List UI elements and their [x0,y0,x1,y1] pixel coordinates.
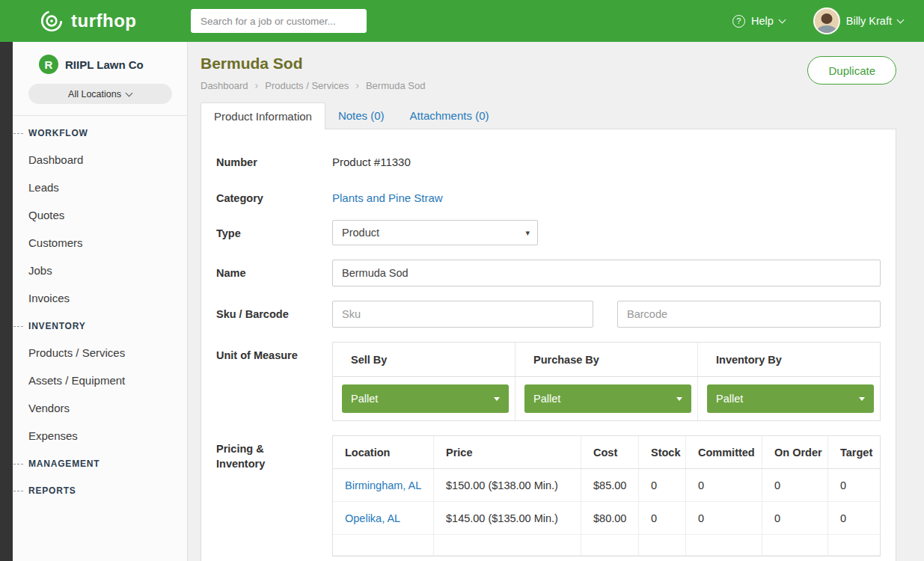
breadcrumb-products-services[interactable]: Products / Services [248,79,349,91]
logo-text: turfhop [71,10,136,31]
stock-cell: 0 [639,469,686,501]
sidebar-item-customers[interactable]: Customers [13,229,187,257]
breadcrumb-current: Bermuda Sod [349,79,425,91]
search-input[interactable] [191,9,367,33]
inventory-by-dropdown[interactable]: Pallet [707,384,874,413]
name-label: Name [216,260,332,286]
chevron-down-icon [676,397,682,401]
col-header-location: Location [333,436,434,468]
sidebar-item-dashboard[interactable]: Dashboard [13,146,187,174]
on-order-cell: 0 [762,502,828,534]
price-cell: $150.00 ($138.00 Min.) [434,469,581,501]
sidebar: R RIIPL Lawn Co All Locations WORKFLOW D… [0,42,188,561]
chevron-down-icon [897,16,905,24]
tab-bar: Product Information Notes (0) Attachment… [201,102,896,129]
uom-header-purchase-by: Purchase By [515,343,698,376]
sell-by-value: Pallet [351,393,378,405]
number-value: Product #11330 [332,149,411,168]
col-header-on-order: On Order [762,436,828,468]
turfhop-logo-icon [39,8,64,34]
help-menu[interactable]: ? Help [732,15,785,28]
col-header-price: Price [434,436,581,468]
purchase-by-dropdown[interactable]: Pallet [524,384,691,413]
category-link[interactable]: Plants and Pine Straw [332,185,443,204]
avatar-head [821,13,832,24]
col-header-committed: Committed [686,436,762,468]
tab-attachments[interactable]: Attachments (0) [397,102,502,129]
uom-header-inventory-by: Inventory By [698,343,880,376]
avatar [813,7,840,34]
duplicate-button[interactable]: Duplicate [807,56,896,85]
main-content: Bermuda Sod Dashboard Products / Service… [188,42,924,561]
section-header-inventory: INVENTORY [13,312,187,339]
sidebar-item-assets-equipment[interactable]: Assets / Equipment [13,367,187,394]
chevron-down-icon [778,16,786,24]
sell-by-dropdown[interactable]: Pallet [342,384,509,413]
app-window: turfhop ? Help Billy Kraft [0,0,924,561]
avatar-shoulders [817,25,836,34]
dash-icon [13,464,23,465]
on-order-cell: 0 [762,469,828,501]
stock-cell: 0 [639,502,686,534]
page-title: Bermuda Sod [201,55,425,73]
sidebar-dark-strip [0,42,13,561]
form-row-category: Category Plants and Pine Straw [216,185,881,206]
sidebar-divider [13,115,187,116]
breadcrumb-dashboard[interactable]: Dashboard [201,80,248,91]
section-header-reports[interactable]: REPORTS [13,476,187,503]
type-label: Type [216,220,332,245]
dash-icon [13,326,23,327]
page-header-left: Bermuda Sod Dashboard Products / Service… [201,55,425,91]
sku-barcode-label: Sku / Barcode [216,301,332,328]
sidebar-item-jobs[interactable]: Jobs [13,257,187,284]
price-cell: $145.00 ($135.00 Min.) [434,502,581,534]
section-header-workflow: WORKFLOW [13,119,187,146]
user-name: Billy Kraft [846,15,892,27]
chevron-down-icon [125,89,132,96]
logo: turfhop [0,8,188,34]
committed-cell: 0 [686,469,762,501]
uom-value-row: Pallet Pallet [333,377,880,420]
barcode-input[interactable] [617,301,881,328]
inventory-by-value: Pallet [716,393,743,405]
sidebar-item-leads[interactable]: Leads [13,174,187,201]
sidebar-item-products-services[interactable]: Products / Services [13,339,187,367]
sidebar-item-invoices[interactable]: Invoices [13,284,187,312]
form-row-number: Number Product #11330 [216,149,881,171]
tab-product-information[interactable]: Product Information [201,102,325,129]
type-select[interactable]: Product [332,220,538,245]
company-header: R RIIPL Lawn Co [13,42,187,74]
category-label: Category [216,185,332,206]
sku-input[interactable] [332,301,593,328]
pricing-inventory-table: Location Price Cost Stock Committed On O… [332,435,881,557]
sidebar-item-expenses[interactable]: Expenses [13,422,187,450]
table-row-birmingham: Birmingham, AL $150.00 ($138.00 Min.) $8… [333,469,880,502]
sidebar-item-quotes[interactable]: Quotes [13,201,187,229]
unit-of-measure-table: Sell By Purchase By Inventory By Pallet [332,342,881,421]
location-link[interactable]: Birmingham, AL [333,469,434,501]
name-input[interactable] [332,260,881,286]
breadcrumb: Dashboard Products / Services Bermuda So… [201,79,425,91]
form-row-pricing-inventory: Pricing & Inventory Location Price Cost … [216,435,881,557]
target-cell: 0 [828,502,880,534]
col-header-stock: Stock [639,436,686,468]
cost-cell: $80.00 [581,502,639,534]
sidebar-item-vendors[interactable]: Vendors [13,394,187,422]
help-icon: ? [732,15,745,28]
top-bar: turfhop ? Help Billy Kraft [0,0,924,42]
tab-notes[interactable]: Notes (0) [325,102,397,129]
help-label: Help [751,15,774,27]
dash-icon [13,491,23,491]
user-menu[interactable]: Billy Kraft [813,7,903,34]
uom-header-sell-by: Sell By [333,343,515,376]
section-header-management[interactable]: MANAGEMENT [13,450,187,476]
table-row-partial [333,535,880,556]
location-link[interactable]: Opelika, AL [333,502,434,534]
sidebar-content: R RIIPL Lawn Co All Locations WORKFLOW D… [13,42,187,561]
form-row-sku-barcode: Sku / Barcode [216,301,881,328]
locations-dropdown[interactable]: All Locations [28,84,172,104]
col-header-cost: Cost [581,436,639,468]
search-container [191,9,367,33]
form-row-name: Name [216,260,881,286]
purchase-by-value: Pallet [533,393,560,405]
